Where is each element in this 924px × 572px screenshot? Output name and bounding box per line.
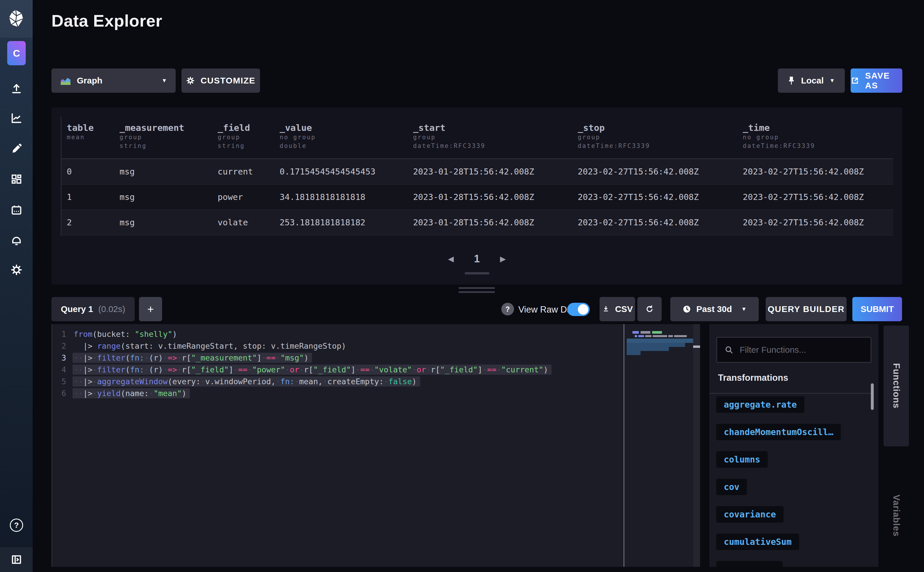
panel-resize-handle[interactable]: [459, 287, 495, 295]
page-next-button[interactable]: ▶: [500, 255, 506, 263]
table-header-row: tablemean_measurementgroupstring_fieldgr…: [62, 117, 893, 159]
gear-small-icon: [186, 76, 195, 85]
gear-icon[interactable]: [10, 263, 23, 277]
line-number: 4: [52, 365, 74, 374]
submit-button[interactable]: SUBMIT: [852, 297, 902, 321]
toggle-knob: [578, 304, 588, 315]
chevron-down-icon: ▼: [829, 78, 835, 84]
flux-editor[interactable]: 1from(bucket: "shelly")2 |> range(start:…: [51, 324, 699, 567]
graph-icon[interactable]: [10, 112, 23, 125]
view-raw-help-icon[interactable]: ?: [501, 303, 514, 316]
page-prev-button[interactable]: ◀: [448, 255, 454, 263]
code-line[interactable]: 3··|>·filter(fn:·(r)·=>·r["_measurement"…: [52, 352, 624, 364]
table-cell: 0: [62, 167, 114, 177]
code-line[interactable]: 6··|>·yield(name:·"mean"): [52, 387, 624, 399]
function-pill[interactable]: columns: [716, 451, 768, 468]
question-glyph: ?: [506, 305, 510, 314]
expand-panel-icon[interactable]: [10, 553, 23, 566]
table-cell: 34.18181818181818: [274, 192, 408, 202]
clock-icon: [683, 305, 691, 314]
table-cell: 0.17154545454545453: [274, 167, 408, 177]
raw-data-table: tablemean_measurementgroupstring_fieldgr…: [61, 117, 893, 235]
pencil-icon[interactable]: [10, 142, 23, 155]
local-dropdown[interactable]: Local ▼: [778, 68, 845, 93]
column-header: _startgroupdateTime:RFC3339: [408, 117, 572, 158]
customize-button[interactable]: CUSTOMIZE: [182, 68, 260, 93]
sidebar-expand-section: [0, 547, 33, 572]
table-cell: 2023-02-27T15:56:42.008Z: [737, 218, 893, 227]
editor-divider: [624, 324, 624, 567]
avatar[interactable]: C: [7, 41, 26, 65]
table-cell: 2023-01-28T15:56:42.008Z: [408, 167, 572, 177]
sidebar: C: [0, 0, 33, 572]
csv-button[interactable]: CSV: [599, 297, 635, 321]
time-range-dropdown[interactable]: Past 30d ▼: [670, 297, 759, 321]
tab-functions[interactable]: Functions: [884, 326, 909, 446]
help-icon[interactable]: ?: [10, 519, 23, 532]
function-pill[interactable]: covariance: [716, 506, 784, 522]
view-type-dropdown[interactable]: Graph ▼: [51, 68, 176, 93]
table-cell: 1: [62, 192, 114, 202]
save-as-button[interactable]: SAVE AS: [851, 68, 902, 93]
column-header: _valueno groupdouble: [274, 117, 408, 158]
bell-icon[interactable]: [10, 233, 23, 247]
table-row: 1msgpower34.181818181818182023-01-28T15:…: [62, 185, 893, 210]
function-pill[interactable]: aggregate.rate: [716, 396, 804, 413]
column-header: tablemean: [62, 117, 114, 158]
table-cell: msg: [114, 167, 213, 177]
function-pill[interactable]: chandeMomentumOscill…: [716, 424, 841, 440]
table-cell: 2023-01-28T15:56:42.008Z: [408, 192, 572, 202]
code-line[interactable]: 2 |> range(start: v.timeRangeStart, stop…: [52, 340, 624, 352]
help-glyph: ?: [14, 521, 19, 530]
tab-variables[interactable]: Variables: [884, 488, 909, 543]
area-graph-icon: [60, 76, 71, 85]
table-cell: 2023-02-27T15:56:42.008Z: [572, 167, 737, 177]
table-cell: 2023-02-27T15:56:42.008Z: [737, 192, 893, 202]
table-row: 2msgvolate253.18181818181822023-01-28T15…: [62, 210, 893, 235]
section-title: Transformations: [718, 373, 788, 383]
line-number: 5: [52, 377, 74, 386]
page-number: 1: [474, 253, 480, 265]
raw-data-panel: tablemean_measurementgroupstring_fieldgr…: [51, 107, 902, 284]
line-number: 2: [52, 342, 74, 350]
filter-functions-box[interactable]: [716, 337, 871, 363]
refresh-button[interactable]: [638, 297, 662, 321]
query-duration: (0.02s): [98, 304, 125, 314]
local-label: Local: [801, 76, 823, 85]
line-number: 3: [52, 353, 74, 362]
code-line[interactable]: 1from(bucket: "shelly"): [52, 328, 624, 340]
column-header: _measurementgroupstring: [114, 117, 213, 158]
line-number: 6: [52, 389, 74, 398]
table-cell: 253.1818181818182: [274, 218, 408, 227]
function-pill[interactable]: cov: [716, 479, 747, 495]
table-cell: msg: [114, 192, 213, 202]
table-cell: msg: [114, 218, 213, 227]
chevron-down-icon: ▼: [162, 78, 167, 84]
boards-icon[interactable]: [10, 173, 23, 186]
calendar-icon[interactable]: [10, 204, 23, 217]
line-number: 1: [52, 330, 74, 339]
page-underline: [465, 272, 489, 274]
filter-functions-input[interactable]: [740, 345, 863, 355]
editor-scrollbar[interactable]: [693, 324, 700, 567]
table-cell: 2023-01-28T15:56:42.008Z: [408, 218, 572, 227]
tab-functions-label: Functions: [891, 363, 901, 409]
code-line[interactable]: 5··|>·aggregateWindow(every:·v.windowPer…: [52, 376, 624, 387]
scrollbar-thumb[interactable]: [693, 345, 700, 348]
section-divider: [709, 393, 874, 394]
query-tab[interactable]: Query 1 (0.02s): [51, 297, 135, 321]
view-raw-toggle[interactable]: [567, 303, 590, 316]
table-row: 0msgcurrent0.171545454545454532023-01-28…: [62, 159, 893, 185]
functions-list: aggregate.ratechandeMomentumOscill…colum…: [716, 396, 841, 567]
function-pill[interactable]: cumulativeSum: [716, 533, 799, 550]
functions-scrollbar-thumb[interactable]: [871, 383, 874, 410]
avatar-letter: C: [13, 48, 20, 59]
customize-label: CUSTOMIZE: [201, 76, 255, 85]
upload-icon[interactable]: [10, 82, 23, 95]
influxdb-logo[interactable]: [0, 0, 33, 37]
query-builder-button[interactable]: QUERY BUILDER: [766, 297, 846, 321]
function-pill-partial[interactable]: [716, 561, 783, 567]
code-line[interactable]: 4··|>·filter(fn:·(r)·=>·r["_field"]·==·"…: [52, 364, 624, 376]
pin-icon: [788, 76, 795, 85]
add-query-button[interactable]: +: [139, 297, 162, 321]
